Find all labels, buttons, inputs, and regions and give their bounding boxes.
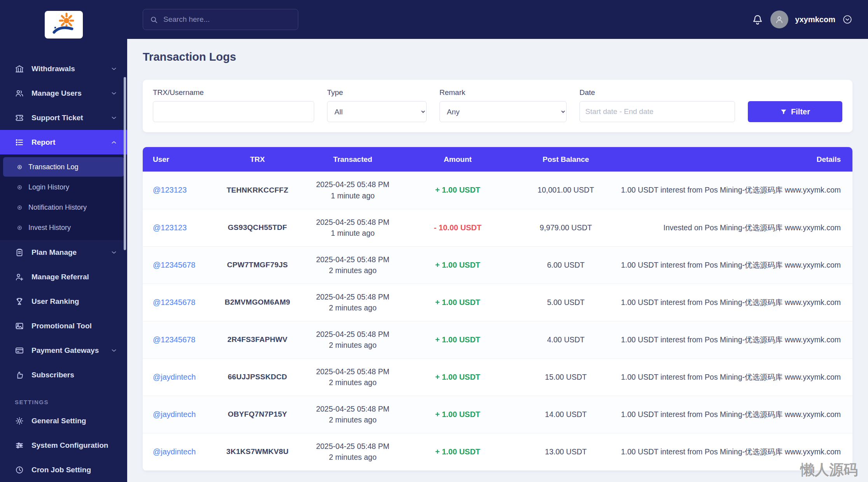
sidebar-scrollbar[interactable] bbox=[124, 77, 126, 250]
details-text: 1.00 USDT interest from Pos Mining-优选源码库… bbox=[616, 358, 852, 396]
date-label: Date bbox=[579, 88, 735, 97]
trx-code: GS93QCH55TDF bbox=[209, 209, 306, 246]
details-text: 1.00 USDT interest from Pos Mining-优选源码库… bbox=[616, 321, 852, 358]
user-link[interactable]: @123123 bbox=[153, 186, 187, 194]
sidebar-item-user-ranking[interactable]: User Ranking bbox=[0, 289, 127, 314]
date-range-input[interactable] bbox=[579, 101, 735, 122]
submenu-item-notification-history[interactable]: Notification History bbox=[3, 198, 124, 217]
image-icon bbox=[15, 321, 24, 331]
sidebar-item-cron-job-setting[interactable]: Cron Job Setting bbox=[0, 457, 127, 482]
trx-code: B2MVMGOM6AM9 bbox=[209, 284, 306, 321]
filter-field-remark: Remark Any bbox=[439, 88, 567, 122]
sidebar-item-general-setting[interactable]: General Setting bbox=[0, 408, 127, 433]
amount-value: + 1.00 USDT bbox=[435, 410, 480, 419]
sidebar-item-label: Report bbox=[32, 138, 55, 147]
sidebar-item-manage-referral[interactable]: Manage Referral bbox=[0, 265, 127, 289]
filter-button[interactable]: Filter bbox=[748, 101, 842, 122]
trophy-icon bbox=[15, 297, 24, 306]
funnel-icon bbox=[780, 108, 787, 115]
brand-logo[interactable] bbox=[45, 11, 83, 39]
target-circle-icon bbox=[16, 184, 23, 191]
ticket-icon bbox=[15, 113, 24, 123]
main-area: yxymkcom Transaction Logs TRX/Username T… bbox=[127, 0, 868, 482]
type-select[interactable]: All bbox=[327, 101, 427, 122]
sidebar-menu: Withdrawals Manage Users Support Ticket … bbox=[0, 56, 127, 482]
user-link[interactable]: @jaydintech bbox=[153, 373, 196, 381]
watermark-text: 懒人源码 bbox=[800, 460, 858, 480]
sidebar-item-label: General Setting bbox=[32, 417, 86, 425]
sidebar-item-manage-users[interactable]: Manage Users bbox=[0, 81, 127, 105]
chevron-down-icon bbox=[111, 66, 117, 72]
filter-field-type: Type All bbox=[327, 88, 427, 122]
table-row: @123123 TEHNKRKCCFFZ 2025-04-25 05:48 PM… bbox=[143, 172, 852, 209]
sidebar-item-label: Payment Gateways bbox=[32, 346, 99, 355]
sliders-icon bbox=[15, 441, 24, 450]
sidebar-item-withdrawals[interactable]: Withdrawals bbox=[0, 56, 127, 81]
user-link[interactable]: @jaydintech bbox=[153, 447, 196, 456]
target-circle-icon bbox=[16, 204, 23, 211]
post-balance: 14.00 USDT bbox=[516, 396, 616, 433]
user-link[interactable]: @12345678 bbox=[153, 298, 195, 307]
submenu-item-transaction-log[interactable]: Transaction Log bbox=[3, 157, 124, 177]
post-balance: 5.00 USDT bbox=[516, 284, 616, 321]
username-text[interactable]: yxymkcom bbox=[795, 15, 835, 24]
filter-field-date: Date bbox=[579, 88, 735, 122]
sidebar-item-report[interactable]: Report bbox=[0, 130, 127, 154]
user-link[interactable]: @123123 bbox=[153, 223, 187, 232]
sidebar-item-label: Manage Users bbox=[32, 89, 82, 98]
trx-username-input[interactable] bbox=[153, 101, 314, 122]
logo-graphic bbox=[50, 11, 77, 39]
table-row: @12345678 CPW7TMGF79JS 2025-04-25 05:48 … bbox=[143, 246, 852, 284]
users-icon bbox=[15, 89, 24, 98]
transacted-cell: 2025-04-25 05:48 PM2 minutes ago bbox=[306, 358, 399, 396]
trx-code: 66UJJPSSKDCD bbox=[209, 358, 306, 396]
sidebar-item-payment-gateways[interactable]: Payment Gateways bbox=[0, 338, 127, 363]
table-row: @jaydintech 3K1KS7WMKV8U 2025-04-25 05:4… bbox=[143, 433, 852, 470]
transacted-cell: 2025-04-25 05:48 PM2 minutes ago bbox=[306, 284, 399, 321]
thumbs-up-icon bbox=[15, 370, 24, 380]
header-transacted: Transacted bbox=[306, 147, 399, 172]
header-post-balance: Post Balance bbox=[516, 147, 616, 172]
trx-code: 3K1KS7WMKV8U bbox=[209, 433, 306, 470]
submenu-item-label: Invest History bbox=[28, 224, 71, 232]
sidebar-item-label: Plan Manage bbox=[32, 248, 77, 257]
avatar[interactable] bbox=[770, 11, 788, 28]
post-balance: 10,001.00 USDT bbox=[516, 172, 616, 209]
transacted-cell: 2025-04-25 05:48 PM2 minutes ago bbox=[306, 246, 399, 284]
amount-value: + 1.00 USDT bbox=[435, 447, 480, 456]
post-balance: 13.00 USDT bbox=[516, 433, 616, 470]
submenu-item-label: Notification History bbox=[28, 203, 87, 212]
sidebar-item-subscribers[interactable]: Subscribers bbox=[0, 363, 127, 387]
transacted-cell: 2025-04-25 05:48 PM2 minutes ago bbox=[306, 396, 399, 433]
amount-value: + 1.00 USDT bbox=[435, 298, 480, 307]
submenu-item-invest-history[interactable]: Invest History bbox=[3, 218, 124, 237]
notification-bell-icon[interactable] bbox=[752, 14, 763, 25]
search-input[interactable] bbox=[143, 9, 298, 30]
details-text: Invested on Pos Mining-优选源码库 www.yxymk.c… bbox=[616, 209, 852, 246]
user-menu-chevron-icon[interactable] bbox=[842, 14, 852, 25]
sidebar-item-label: User Ranking bbox=[32, 297, 79, 306]
transacted-cell: 2025-04-25 05:48 PM1 minute ago bbox=[306, 209, 399, 246]
filter-card: TRX/Username Type All Remark Any Date bbox=[143, 80, 852, 132]
trx-code: OBYFQ7N7P15Y bbox=[209, 396, 306, 433]
user-link[interactable]: @12345678 bbox=[153, 261, 195, 269]
trx-code: TEHNKRKCCFFZ bbox=[209, 172, 306, 209]
sidebar-item-label: Promotional Tool bbox=[32, 322, 92, 330]
amount-value: + 1.00 USDT bbox=[435, 261, 480, 269]
table-row: @12345678 B2MVMGOM6AM9 2025-04-25 05:48 … bbox=[143, 284, 852, 321]
sidebar-item-plan-manage[interactable]: Plan Manage bbox=[0, 240, 127, 265]
remark-label: Remark bbox=[439, 88, 567, 97]
amount-value: + 1.00 USDT bbox=[435, 373, 480, 381]
amount-value: - 10.00 USDT bbox=[434, 223, 481, 232]
sidebar-item-promotional-tool[interactable]: Promotional Tool bbox=[0, 314, 127, 338]
remark-select[interactable]: Any bbox=[439, 101, 567, 122]
filter-button-label: Filter bbox=[791, 107, 810, 116]
details-text: 1.00 USDT interest from Pos Mining-优选源码库… bbox=[616, 396, 852, 433]
user-link[interactable]: @jaydintech bbox=[153, 410, 196, 419]
sidebar-item-support-ticket[interactable]: Support Ticket bbox=[0, 105, 127, 130]
sidebar-item-label: Subscribers bbox=[32, 371, 74, 379]
sidebar-item-system-configuration[interactable]: System Configuration bbox=[0, 433, 127, 457]
user-link[interactable]: @12345678 bbox=[153, 335, 195, 344]
submenu-item-login-history[interactable]: Login History bbox=[3, 177, 124, 197]
search-box bbox=[143, 9, 298, 30]
